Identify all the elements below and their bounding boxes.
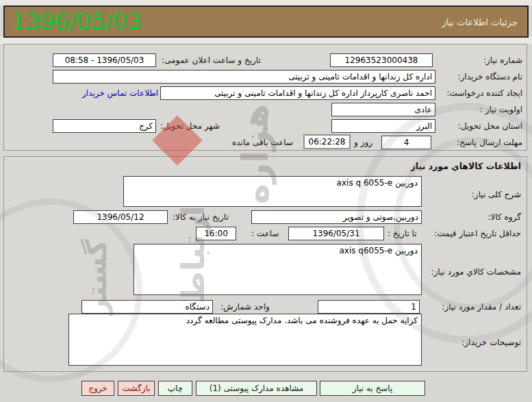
back-button[interactable]: بازگشت <box>118 381 155 396</box>
goods-group-label: گروه کالا: <box>488 212 522 222</box>
view-attachments-button[interactable]: مشاهده مدارک پیوستی (1) <box>196 381 317 396</box>
announce-datetime-field[interactable]: 1396/05/03 - 08:58 <box>53 53 156 67</box>
hour-label: ساعت : <box>251 229 279 238</box>
unit-field[interactable]: دستگاه <box>81 300 213 314</box>
need-number-label: شماره نیاز: <box>483 55 522 65</box>
province-label: استان محل تحویل: <box>458 121 522 131</box>
priority-field[interactable]: عادی <box>331 103 435 116</box>
quantity-field[interactable]: 1 <box>318 300 420 314</box>
city-label: شهر محل تحویل: <box>160 121 220 131</box>
priority-label: اولویت نیاز : <box>480 105 522 114</box>
buyer-notes-textarea[interactable]: کرایه حمل به عهده فروشنده می باشد. مدارک… <box>68 314 422 366</box>
until-date-field[interactable]: 1396/05/31 <box>288 227 384 240</box>
province-field[interactable]: البرز <box>331 119 435 133</box>
respond-to-need-button[interactable]: پاسخ به نیاز <box>320 381 425 396</box>
requester-field[interactable]: احمد ناصری کارپرداز اداره کل زندانها و ا… <box>160 86 435 100</box>
quantity-label: تعداد / مقدار مورد نیاز: <box>442 302 521 312</box>
need-date-field[interactable]: 1396/05/12 <box>73 210 168 224</box>
specs-textarea[interactable]: دوربین axis q6055-e <box>134 244 422 295</box>
specs-label: مشخصات کالاي مورد نیاز: <box>431 267 521 277</box>
print-button[interactable]: چاپ <box>158 381 192 396</box>
goods-group-field[interactable]: دوربین,صوتی و تصویر <box>251 210 422 224</box>
need-date-label: تاریخ نیاز به کالا: <box>173 212 229 222</box>
deadline-days-unit-label: روز و <box>354 138 372 147</box>
buyer-org-field[interactable]: اداره کل زندانها و اقدامات تامینی و تربی… <box>53 70 435 84</box>
deadline-label: مهلت ارسال پاسخ: <box>457 138 522 147</box>
need-description-label: شرح کلی نیاز: <box>472 190 521 199</box>
hour-field[interactable]: 16:00 <box>196 227 236 240</box>
page-title: جزئیات اطلاعات نیاز <box>442 17 518 27</box>
header-bar: جزئیات اطلاعات نیاز 1396/05/03 <box>3 5 529 38</box>
unit-label: واحد شمارش: <box>220 302 270 312</box>
until-date-label: تا تاریخ : <box>388 229 417 238</box>
announce-datetime-label: تاریخ و ساعت اعلان عمومی: <box>162 55 261 65</box>
top-strip <box>0 0 532 5</box>
need-details-page: جزئیات اطلاعات نیاز 1396/05/03 شماره نیا… <box>0 0 532 402</box>
deadline-days-field[interactable]: 4 <box>381 136 431 149</box>
buyer-contact-link[interactable]: اطلاعات تماس خریدار <box>82 88 158 98</box>
city-field[interactable]: کرج <box>53 119 156 133</box>
buyer-notes-label: توضیحات خریدار: <box>461 338 521 347</box>
deadline-suffix-label: ساعت باقی مانده <box>232 138 293 147</box>
header-date: 1396/05/03 <box>12 8 142 35</box>
requester-label: ایجاد کننده درخواست: <box>446 88 522 98</box>
deadline-countdown: 06:22:28 <box>303 134 351 149</box>
price-validity-label: حداقل تاریخ اعتبار قیمت: <box>434 229 521 238</box>
need-description-textarea[interactable]: دوربین axis q 6055-e <box>123 176 422 207</box>
exit-button[interactable]: خروج <box>81 381 114 396</box>
need-number-field[interactable]: 12963523000438 <box>330 53 433 67</box>
items-section-title: اطلاعات کالاهاي مورد نیاز <box>411 161 521 171</box>
buyer-org-label: نام دستگاه خریدار: <box>458 72 523 81</box>
